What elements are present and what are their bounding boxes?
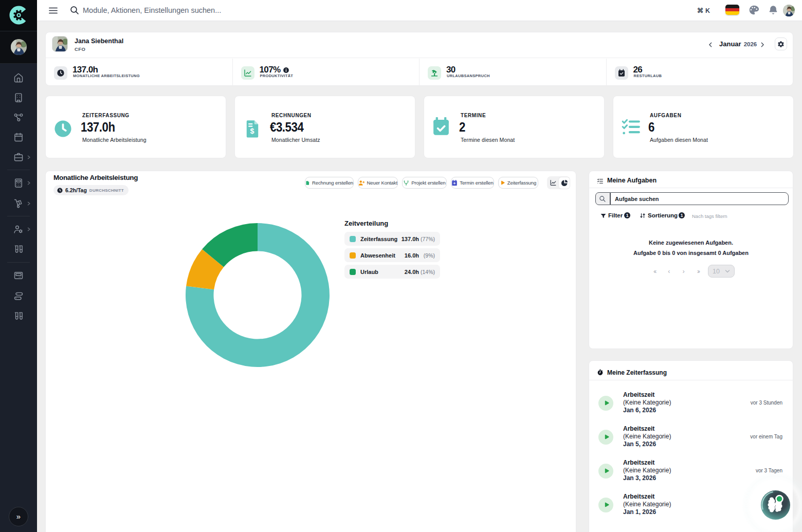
svg-text:$: $ bbox=[250, 127, 254, 135]
